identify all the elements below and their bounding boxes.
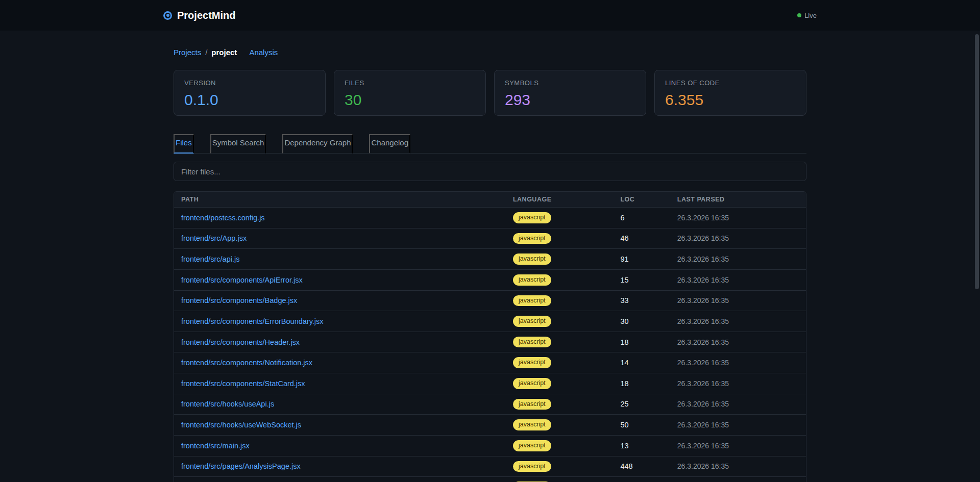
language-badge: javascript	[513, 440, 551, 451]
loc-value: 376	[613, 477, 670, 482]
last-parsed-value: 26.3.2026 16:35	[670, 290, 806, 311]
stat-card: FILES 30	[334, 70, 486, 116]
stat-label: SYMBOLS	[505, 79, 635, 87]
language-badge: javascript	[513, 461, 551, 472]
last-parsed-value: 26.3.2026 16:35	[670, 477, 806, 482]
loc-value: 33	[613, 290, 670, 311]
loc-value: 30	[613, 311, 670, 332]
live-label: Live	[804, 12, 817, 19]
last-parsed-value: 26.3.2026 16:35	[670, 228, 806, 249]
last-parsed-value: 26.3.2026 16:35	[670, 208, 806, 229]
loc-value: 50	[613, 415, 670, 436]
last-parsed-value: 26.3.2026 16:35	[670, 311, 806, 332]
language-badge: javascript	[513, 357, 551, 368]
stat-value: 293	[505, 91, 635, 109]
file-path-link[interactable]: frontend/src/components/Notification.jsx	[181, 359, 312, 367]
table-row: frontend/src/components/ApiError.jsx jav…	[174, 269, 806, 290]
last-parsed-value: 26.3.2026 16:35	[670, 435, 806, 456]
tab-symbol-search[interactable]: Symbol Search	[210, 134, 266, 154]
stat-label: LINES OF CODE	[665, 79, 796, 87]
stat-value: 0.1.0	[184, 91, 315, 109]
loc-value: 13	[613, 435, 670, 456]
app-logo-icon	[163, 11, 172, 20]
tab-changelog[interactable]: Changelog	[369, 134, 410, 154]
table-row: frontend/src/components/Notification.jsx…	[174, 352, 806, 373]
live-dot-icon	[797, 13, 801, 17]
last-parsed-value: 26.3.2026 16:35	[670, 415, 806, 436]
tab-bar: FilesSymbol SearchDependency GraphChange…	[174, 134, 806, 154]
breadcrumb: Projects / project Analysis	[174, 48, 806, 57]
main-content: Projects / project Analysis VERSION 0.1.…	[174, 48, 806, 482]
file-path-link[interactable]: frontend/src/hooks/useWebSocket.js	[181, 421, 301, 429]
app-title: ProjectMind	[177, 10, 235, 21]
last-parsed-value: 26.3.2026 16:35	[670, 456, 806, 477]
table-row: frontend/src/main.jsx javascript 13 26.3…	[174, 435, 806, 456]
stat-card: SYMBOLS 293	[494, 70, 646, 116]
table-row: frontend/src/components/Badge.jsx javasc…	[174, 290, 806, 311]
table-row: frontend/src/components/StatCard.jsx jav…	[174, 373, 806, 394]
stat-value: 6.355	[665, 91, 796, 109]
live-status: Live	[797, 12, 817, 19]
loc-value: 14	[613, 352, 670, 373]
language-badge: javascript	[513, 337, 551, 348]
file-path-link[interactable]: frontend/src/components/Header.jsx	[181, 338, 300, 346]
table-row: frontend/src/components/Header.jsx javas…	[174, 332, 806, 352]
loc-value: 46	[613, 228, 670, 249]
file-path-link[interactable]: frontend/src/components/StatCard.jsx	[181, 379, 305, 388]
column-header-path: PATH	[174, 192, 506, 208]
column-header-last-parsed: LAST PARSED	[670, 192, 806, 208]
brand: ProjectMind	[163, 10, 235, 21]
last-parsed-value: 26.3.2026 16:35	[670, 249, 806, 270]
tab-files[interactable]: Files	[174, 134, 194, 154]
language-badge: javascript	[513, 316, 551, 327]
file-path-link[interactable]: frontend/src/components/ApiError.jsx	[181, 276, 303, 284]
loc-value: 448	[613, 456, 670, 477]
last-parsed-value: 26.3.2026 16:35	[670, 332, 806, 352]
file-path-link[interactable]: frontend/src/api.js	[181, 255, 239, 263]
stat-label: FILES	[345, 79, 475, 87]
file-path-link[interactable]: frontend/postcss.config.js	[181, 214, 265, 222]
files-table: PATH LANGUAGE LOC LAST PARSED frontend/p…	[174, 191, 806, 482]
breadcrumb-separator: /	[205, 48, 207, 57]
table-body: frontend/postcss.config.js javascript 6 …	[174, 208, 806, 482]
loc-value: 91	[613, 249, 670, 270]
loc-value: 15	[613, 269, 670, 290]
last-parsed-value: 26.3.2026 16:35	[670, 373, 806, 394]
file-path-link[interactable]: frontend/src/hooks/useApi.js	[181, 400, 274, 408]
table-row: frontend/src/hooks/useApi.js javascript …	[174, 394, 806, 415]
app-header: ProjectMind Live	[0, 0, 980, 31]
language-badge: javascript	[513, 274, 551, 286]
stats-row: VERSION 0.1.0 FILES 30 SYMBOLS 293 LINES…	[174, 70, 806, 116]
loc-value: 25	[613, 394, 670, 415]
file-path-link[interactable]: frontend/src/components/ErrorBoundary.js…	[181, 317, 324, 325]
file-path-link[interactable]: frontend/src/pages/AnalysisPage.jsx	[181, 462, 301, 470]
language-badge: javascript	[513, 399, 551, 410]
language-badge: javascript	[513, 212, 551, 223]
last-parsed-value: 26.3.2026 16:35	[670, 394, 806, 415]
last-parsed-value: 26.3.2026 16:35	[670, 352, 806, 373]
loc-value: 18	[613, 373, 670, 394]
breadcrumb-analysis-link[interactable]: Analysis	[249, 48, 278, 57]
file-path-link[interactable]: frontend/src/components/Badge.jsx	[181, 296, 297, 305]
stat-card: LINES OF CODE 6.355	[654, 70, 806, 116]
last-parsed-value: 26.3.2026 16:35	[670, 269, 806, 290]
stat-value: 30	[345, 91, 475, 109]
filter-files-input[interactable]	[174, 162, 806, 181]
language-badge: javascript	[513, 233, 551, 244]
language-badge: javascript	[513, 378, 551, 389]
file-path-link[interactable]: frontend/src/App.jsx	[181, 234, 247, 242]
breadcrumb-projects-link[interactable]: Projects	[174, 48, 201, 57]
file-path-link[interactable]: frontend/src/main.jsx	[181, 442, 250, 450]
table-row: frontend/src/pages/AnalysisPage.jsx java…	[174, 456, 806, 477]
table-row: frontend/src/hooks/useWebSocket.js javas…	[174, 415, 806, 436]
stat-card: VERSION 0.1.0	[174, 70, 326, 116]
table-row: frontend/src/pages/FileDetailPage.jsx ja…	[174, 477, 806, 482]
table-header-row: PATH LANGUAGE LOC LAST PARSED	[174, 192, 806, 208]
table-row: frontend/postcss.config.js javascript 6 …	[174, 208, 806, 229]
page-scrollbar-thumb[interactable]	[975, 34, 979, 289]
breadcrumb-current-project: project	[211, 48, 237, 57]
language-badge: javascript	[513, 253, 551, 265]
tab-dependency-graph[interactable]: Dependency Graph	[282, 134, 353, 154]
language-badge: javascript	[513, 419, 551, 430]
loc-value: 6	[613, 208, 670, 229]
